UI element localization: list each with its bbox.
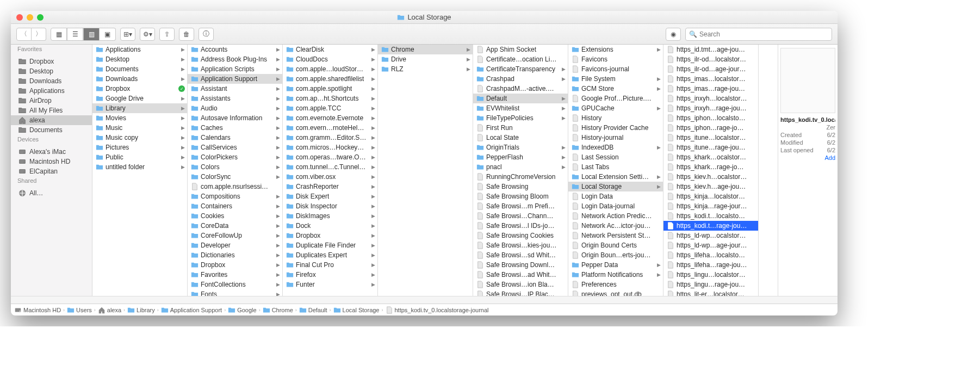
list-item[interactable]: Safe Browsi…sd Whitelist [473,250,568,260]
zoom-icon[interactable] [37,14,44,21]
list-item[interactable]: https_khark…rage-journal [663,162,758,172]
list-item[interactable]: Safe Browsi…Channel IDs [473,211,568,221]
list-item[interactable]: Applications▶ [92,45,187,54]
list-item[interactable]: Favicons-journal [568,64,663,74]
list-item[interactable]: ColorPickers▶ [188,152,282,162]
list-item[interactable]: CrashpadM…-active.pma [473,84,568,94]
list-item[interactable]: https_kiev.h…ocalstorage [663,172,758,182]
sidebar-item-documents[interactable]: Documents [11,125,92,135]
list-item[interactable]: History-journal [568,133,663,143]
list-item[interactable]: https_inxyh…rage-journal [663,103,758,113]
list-item[interactable]: Network Ac…ictor-journal [568,221,663,231]
list-item[interactable]: ClearDisk▶ [283,45,377,54]
list-item[interactable]: Network Action Predictor [568,211,663,221]
view-gallery-button[interactable]: ▣ [100,28,116,41]
breadcrumb-item[interactable]: Chrome [263,306,293,314]
list-item[interactable]: https_ld-wp…age-journal [663,240,758,250]
info-button[interactable]: ⓘ [199,28,214,41]
list-item[interactable]: Music copy▶ [92,133,187,143]
list-item[interactable]: Disk Inspector▶ [283,201,377,211]
list-item[interactable]: Safe Browsi…IP Blacklist [473,289,568,296]
list-item[interactable]: Cookies▶ [188,211,282,221]
list-item[interactable]: FontCollections▶ [188,280,282,289]
sidebar-item-downloads[interactable]: Downloads [11,76,92,86]
list-item[interactable]: History Provider Cache [568,123,663,133]
list-item[interactable]: Containers▶ [188,201,282,211]
list-item[interactable]: https_iphon…localstorage [663,113,758,123]
list-item[interactable]: Dropbox✓ [92,84,187,94]
list-item[interactable]: Origin Bound Certs [568,240,663,250]
sidebar-item-applications[interactable]: Applications [11,86,92,96]
list-item[interactable]: https_kodi.t…rage-journal [663,221,758,231]
list-item[interactable]: Dictionaries▶ [188,250,282,260]
action-button[interactable]: ⚙▾ [140,28,155,41]
list-item[interactable]: RLZ▶ [378,64,473,74]
list-item[interactable]: Dropbox▶ [188,260,282,270]
list-item[interactable]: Login Data [568,191,663,201]
add-tags-link[interactable]: Add [824,154,835,161]
sidebar-item-airdrop[interactable]: AirDrop [11,96,92,106]
list-item[interactable]: com.tunnel…c.TunnelBear▶ [283,162,377,172]
list-item[interactable]: https_lifeha…rage-journal [663,260,758,270]
list-item[interactable]: Desktop▶ [92,54,187,64]
list-item[interactable]: https_lingu…rage-journal [663,280,758,289]
list-item[interactable]: Safe Browsi…ion Blacklist [473,280,568,289]
list-item[interactable]: Local Storage▶ [568,182,663,191]
list-item[interactable]: com.apple.spotlight▶ [283,84,377,94]
list-item[interactable]: History [568,113,663,123]
list-item[interactable]: Safe Browsing Download [473,260,568,270]
breadcrumb-item[interactable]: Local Storage [333,306,380,314]
list-item[interactable]: com.evern…rnoteHelper▶ [283,123,377,133]
list-item[interactable]: Last Tabs [568,162,663,172]
view-list-button[interactable]: ☰ [67,28,83,41]
list-item[interactable]: Application Scripts▶ [188,64,282,74]
list-item[interactable]: CallServices▶ [188,143,282,152]
list-item[interactable]: https_lingu…localstorage [663,270,758,280]
list-item[interactable]: File System▶ [568,74,663,84]
list-item[interactable]: Local State [473,133,568,143]
list-item[interactable]: Caches▶ [188,123,282,133]
list-item[interactable]: CrashReporter▶ [283,182,377,191]
list-item[interactable]: App Shim Socket [473,45,568,54]
list-item[interactable]: Compositions▶ [188,191,282,201]
breadcrumb-item[interactable]: alexa [98,306,121,314]
list-item[interactable]: RunningChromeVersion [473,172,568,182]
list-item[interactable]: https_ilr-od…localstorage [663,54,758,64]
list-item[interactable]: Safe Browsing [473,182,568,191]
list-item[interactable]: Colors▶ [188,162,282,172]
minimize-icon[interactable] [27,14,33,21]
list-item[interactable]: Downloads▶ [92,74,187,84]
list-item[interactable]: https_kodi.t…localstorage [663,211,758,221]
list-item[interactable]: Autosave Information▶ [188,113,282,123]
list-item[interactable]: Calendars▶ [188,133,282,143]
list-item[interactable]: Extensions▶ [568,45,663,54]
close-icon[interactable] [16,14,23,21]
breadcrumb-item[interactable]: https_kodi.tv_0.localstorage-journal [386,306,489,314]
list-item[interactable]: Assistants▶ [188,94,282,103]
list-item[interactable]: DiskImages▶ [283,211,377,221]
breadcrumb-item[interactable]: Library [127,306,155,314]
list-item[interactable]: https_lit-er…localstorage [663,289,758,296]
list-item[interactable]: Library▶ [92,103,187,113]
list-item[interactable]: Favorites▶ [188,270,282,280]
list-item[interactable]: PepperFlash▶ [473,152,568,162]
list-item[interactable]: FileTypePolicies▶ [473,113,568,123]
list-item[interactable]: https_iphon…rage-journal [663,123,758,133]
list-item[interactable]: Documents▶ [92,64,187,74]
list-item[interactable]: Safe Browsi…kies-journal [473,240,568,250]
list-item[interactable]: Safe Browsing Bloom [473,191,568,201]
list-item[interactable]: com.viber.osx▶ [283,172,377,182]
list-item[interactable]: Audio▶ [188,103,282,113]
sidebar-item-alexa-s-imac[interactable]: Alexa's iMac [11,147,92,157]
list-item[interactable]: https_kiev.h…age-journal [663,182,758,191]
sidebar-item-macintosh-hd[interactable]: Macintosh HD [11,157,92,166]
list-item[interactable]: Safe Browsi…m Prefix Set [473,201,568,211]
list-item[interactable]: https_kinja…rage-journal [663,201,758,211]
list-item[interactable]: https_itune…rage-journal [663,143,758,152]
sidebar-item-alexa[interactable]: alexa [11,115,92,125]
list-item[interactable]: Movies▶ [92,113,187,123]
list-item[interactable]: Duplicates Expert▶ [283,250,377,260]
back-button[interactable]: 〈 [16,28,32,41]
search-field[interactable]: 🔍 [685,28,832,41]
list-item[interactable]: Disk Expert▶ [283,191,377,201]
